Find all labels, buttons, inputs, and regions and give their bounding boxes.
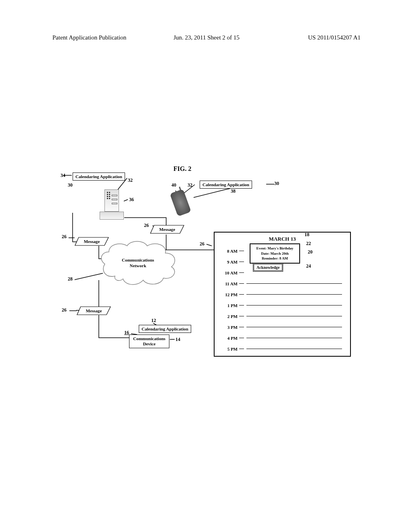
- header-center: Jun. 23, 2011 Sheet 2 of 15: [173, 34, 240, 41]
- ref-30-left: 30: [68, 182, 73, 188]
- ref-38: 38: [231, 188, 236, 194]
- ref-26a: 26: [62, 234, 67, 240]
- ref-20: 20: [308, 249, 313, 255]
- ref-12: 12: [151, 318, 156, 324]
- ref-18: 18: [305, 232, 309, 238]
- server-icon: [100, 189, 124, 222]
- ref-34: 34: [60, 172, 65, 179]
- figure-2: FIG. 2: [56, 165, 359, 359]
- message-2: Message: [150, 225, 184, 234]
- acknowledge-button[interactable]: Acknowledge: [253, 263, 283, 272]
- calendaring-app-box-server: Calendaring Application: [73, 172, 125, 181]
- ref-26c: 26: [200, 241, 204, 247]
- ref-32-left: 32: [128, 177, 133, 183]
- ref-36: 36: [129, 197, 134, 203]
- calendar-title: MARCH 13: [215, 236, 350, 242]
- ref-40: 40: [171, 182, 176, 188]
- communications-network-cloud: Communications Network: [97, 238, 181, 290]
- cloud-label: Communications Network: [122, 257, 154, 269]
- ref-28: 28: [68, 276, 73, 282]
- ref-16: 16: [124, 330, 129, 336]
- header-left: Patent Application Publication: [52, 34, 126, 41]
- ref-14: 14: [175, 337, 180, 343]
- ref-30-right: 30: [274, 181, 279, 187]
- calendar-panel: MARCH 13 8 AM 9 AM 10 AM 11 AM 12 PM 1 P…: [214, 232, 351, 357]
- reminder-popup: Event: Mary's Birthday Date: March 20th …: [250, 243, 300, 264]
- ref-24: 24: [306, 263, 311, 269]
- message-3: Message: [77, 306, 111, 315]
- ref-22: 22: [306, 241, 311, 247]
- ref-26b: 26: [144, 222, 149, 229]
- header-right: US 2011/0154207 A1: [308, 34, 361, 41]
- page-header: Patent Application Publication Jun. 23, …: [0, 34, 413, 41]
- ref-26d: 26: [62, 307, 67, 313]
- calendaring-app-box-phone: Calendaring Application: [200, 181, 252, 189]
- calendaring-app-box-device: Calendaring Application: [139, 325, 191, 333]
- communications-device-box: Communications Device: [129, 335, 169, 348]
- ref-32-right: 32: [188, 182, 192, 188]
